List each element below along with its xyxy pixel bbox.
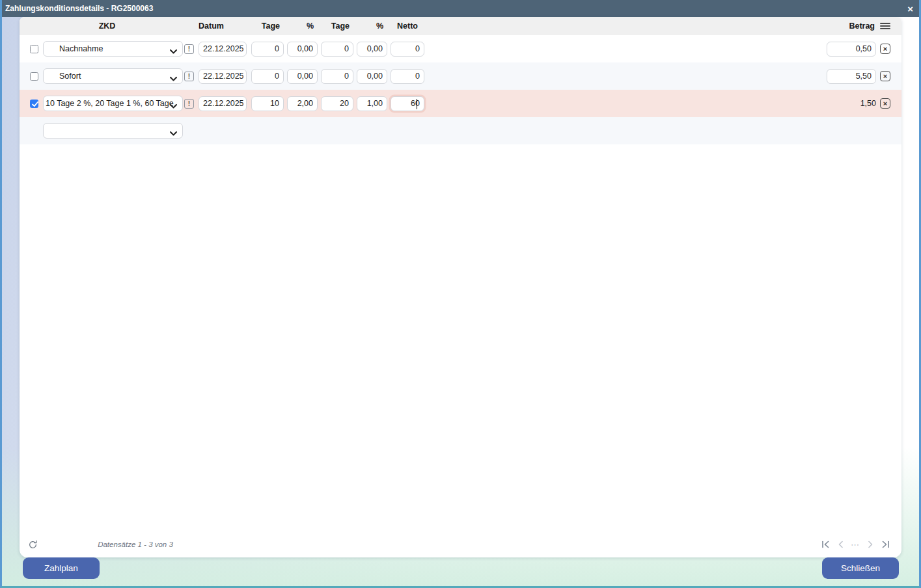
column-header-zkd: ZKD — [30, 21, 184, 31]
pct1-input[interactable] — [287, 42, 318, 57]
datum-input[interactable] — [199, 69, 247, 84]
betrag-value: 1,50 — [860, 99, 876, 108]
datum-input[interactable] — [199, 96, 247, 111]
previous-page-icon[interactable] — [836, 540, 845, 549]
chevron-down-icon — [170, 101, 177, 111]
table-row-selected: 10 Tage 2 %, 20 Tage 1 %, 60 Tage ! 1,50… — [20, 90, 901, 117]
table-menu-icon[interactable] — [880, 23, 890, 29]
last-page-icon[interactable] — [881, 540, 890, 549]
zkd-select[interactable]: Nachnahme — [43, 41, 183, 57]
dialog-title: Zahlungskonditionsdetails - RG2500063 — [5, 4, 153, 13]
first-page-icon[interactable] — [821, 540, 830, 549]
schliessen-button[interactable]: Schließen — [822, 557, 899, 579]
pct2-input[interactable] — [357, 96, 387, 111]
betrag-input[interactable] — [827, 42, 876, 57]
records-count-label: Datensätze 1 - 3 von 3 — [77, 541, 194, 548]
table-row-new — [20, 117, 901, 144]
row-checkbox[interactable] — [30, 72, 38, 81]
table-row: Nachnahme ! × — [20, 35, 901, 62]
alert-icon[interactable]: ! — [184, 72, 194, 81]
pct2-input[interactable] — [357, 69, 387, 84]
column-header-betrag: Betrag — [827, 21, 876, 31]
alert-icon[interactable]: ! — [184, 99, 194, 109]
netto-input[interactable] — [391, 69, 424, 84]
tage2-input[interactable] — [321, 69, 353, 84]
zkd-select-empty[interactable] — [43, 123, 183, 139]
table-header: ZKD Datum Tage % Tage % Netto Betrag — [20, 17, 901, 35]
column-header-pct2: % — [357, 21, 387, 31]
netto-input-focused[interactable] — [391, 96, 424, 111]
zkd-select-value: 10 Tage 2 %, 20 Tage 1 %, 60 Tage — [44, 99, 174, 108]
close-icon[interactable]: × — [906, 4, 914, 14]
zahlplan-button[interactable]: Zahlplan — [23, 557, 100, 579]
table-row: Sofort ! × — [20, 62, 901, 90]
row-checkbox[interactable] — [30, 45, 38, 53]
delete-row-icon[interactable]: × — [880, 71, 890, 81]
pct2-input[interactable] — [357, 42, 387, 57]
pagination: ⋯ — [821, 540, 890, 549]
tage2-input[interactable] — [321, 42, 353, 57]
datum-input[interactable] — [199, 42, 247, 57]
chevron-down-icon — [170, 47, 177, 56]
column-header-tage1: Tage — [251, 21, 284, 31]
zkd-select-value: Sofort — [44, 72, 81, 81]
tage2-input[interactable] — [321, 96, 353, 111]
page-ellipsis-icon[interactable]: ⋯ — [851, 540, 860, 549]
next-page-icon[interactable] — [866, 540, 875, 549]
betrag-input[interactable] — [827, 69, 876, 84]
dialog-panel: ZKD Datum Tage % Tage % Netto Betrag Nac… — [20, 17, 901, 557]
netto-input[interactable] — [391, 42, 424, 57]
column-header-netto: Netto — [391, 21, 424, 31]
column-header-datum: Datum — [199, 21, 251, 31]
pct1-input[interactable] — [287, 96, 318, 111]
chevron-down-icon — [170, 129, 177, 138]
alert-icon[interactable]: ! — [184, 44, 194, 54]
tage1-input[interactable] — [251, 42, 284, 57]
delete-row-icon[interactable]: × — [880, 98, 890, 109]
tage1-input[interactable] — [251, 96, 284, 111]
column-header-pct1: % — [287, 21, 318, 31]
zkd-select[interactable]: 10 Tage 2 %, 20 Tage 1 %, 60 Tage — [43, 96, 183, 111]
zkd-select-value: Nachnahme — [44, 44, 103, 53]
row-checkbox[interactable] — [30, 100, 38, 108]
grid-footer: Datensätze 1 - 3 von 3 ⋯ — [20, 535, 901, 554]
chevron-down-icon — [170, 74, 177, 83]
column-header-tage2: Tage — [321, 21, 353, 31]
app-window: { "window": { "title": "Zahlungskonditio… — [0, 0, 921, 588]
zkd-select[interactable]: Sofort — [43, 68, 183, 84]
tage1-input[interactable] — [251, 69, 284, 84]
delete-row-icon[interactable]: × — [880, 44, 890, 54]
dialog-titlebar: Zahlungskonditionsdetails - RG2500063 × — [0, 0, 921, 17]
pct1-input[interactable] — [287, 69, 318, 84]
refresh-icon[interactable] — [28, 540, 38, 550]
